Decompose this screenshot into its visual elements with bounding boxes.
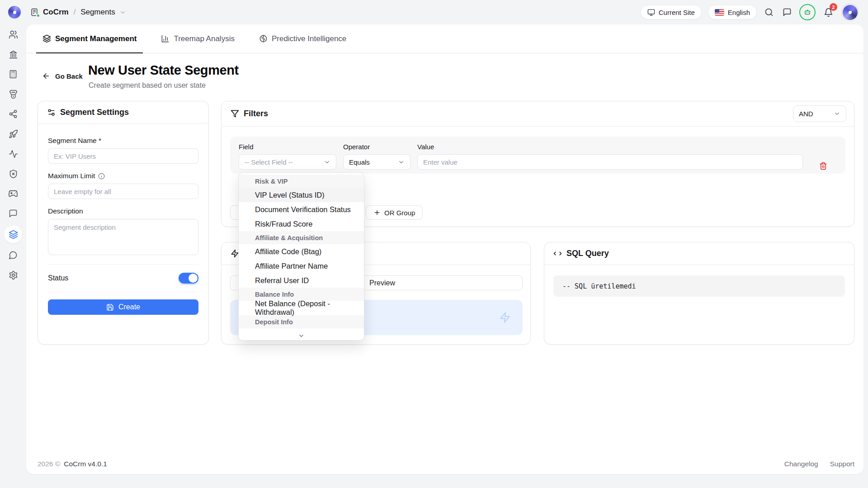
notifications-button[interactable]: 2 <box>822 6 835 19</box>
divider <box>48 292 198 292</box>
description-textarea[interactable] <box>48 219 198 255</box>
robot-icon <box>803 8 811 16</box>
medal-icon <box>9 90 18 99</box>
app-logo[interactable] <box>8 6 21 19</box>
sql-query-panel: SQL Query -- SQL üretilemedi <box>544 242 854 345</box>
sidebar-item-users[interactable] <box>5 26 21 43</box>
operator-select-value: Equals <box>349 158 370 166</box>
search-icon <box>764 8 774 17</box>
status-label: Status <box>48 274 68 282</box>
sidebar-item-bank[interactable] <box>5 46 21 62</box>
go-back-button[interactable]: Go Back <box>42 71 83 81</box>
us-flag-icon <box>715 9 724 16</box>
sidebar-item-activity[interactable] <box>5 146 21 162</box>
breadcrumb-app[interactable]: CoCrm <box>43 8 69 17</box>
tab-label: Predictive Intelligence <box>272 34 346 43</box>
field-select[interactable]: -- Select Field -- <box>239 154 336 170</box>
sidebar-item-messages[interactable] <box>5 205 21 222</box>
save-icon <box>106 303 114 311</box>
sidebar-item-share[interactable] <box>5 106 21 122</box>
calculator-icon <box>9 70 18 79</box>
sql-title: SQL Query <box>566 249 609 258</box>
page-subtitle: Create segment based on user state <box>89 81 206 90</box>
avatar-image <box>843 5 858 20</box>
sidebar-item-calculator[interactable] <box>5 66 21 82</box>
support-link[interactable]: Support <box>830 460 854 468</box>
breadcrumb-separator: / <box>73 8 76 16</box>
field-label: Field <box>239 143 336 151</box>
message-square-icon <box>9 209 18 218</box>
delete-filter-button[interactable] <box>815 158 831 174</box>
bar-chart-icon <box>161 34 170 43</box>
footer-year: 2026 © <box>38 460 60 468</box>
sidebar-item-settings[interactable] <box>5 267 21 283</box>
bank-icon <box>9 50 18 59</box>
value-input[interactable] <box>417 154 803 170</box>
chat-button[interactable] <box>781 6 793 18</box>
segment-settings-title: Segment Settings <box>60 108 129 117</box>
operator-label: Operator <box>343 143 410 151</box>
assistant-button[interactable] <box>799 4 816 20</box>
filter-funnel-icon <box>231 109 239 118</box>
divider <box>48 264 198 265</box>
sidebar-item-chat[interactable] <box>5 247 21 263</box>
status-toggle[interactable] <box>179 273 198 284</box>
or-group-button[interactable]: OR Group <box>366 205 423 220</box>
layers-icon <box>42 34 51 43</box>
description-label: Description <box>48 207 198 215</box>
maximum-limit-input[interactable] <box>48 184 198 199</box>
current-site-button[interactable]: Current Site <box>641 5 702 19</box>
tab-segment-management[interactable]: Segment Management <box>36 24 143 53</box>
breadcrumb-chevron-down-icon[interactable] <box>119 9 126 16</box>
sidebar-item-games[interactable] <box>5 185 21 202</box>
tab-label: Segment Management <box>55 34 137 43</box>
search-button[interactable] <box>763 6 775 18</box>
tab-treemap-analysis[interactable]: Treemap Analysis <box>155 24 241 53</box>
user-avatar[interactable] <box>841 3 859 21</box>
logic-operator-select[interactable]: AND <box>793 105 846 122</box>
field-option[interactable]: Net Balance (Deposit - Withdrawal) <box>239 301 364 315</box>
segment-name-input[interactable] <box>48 148 198 164</box>
create-button[interactable]: Create <box>48 299 198 315</box>
page-title: New User State Segment <box>88 63 239 78</box>
maximum-limit-label: Maximum Limit <box>48 172 198 180</box>
scroll-more-indicator[interactable] <box>239 332 363 340</box>
sidebar-item-medal[interactable] <box>5 86 21 102</box>
settings-icon <box>9 270 18 280</box>
info-icon[interactable] <box>98 173 105 180</box>
field-option[interactable]: Risk/Fraud Score <box>239 217 364 231</box>
operator-select[interactable]: Equals <box>343 154 410 170</box>
breadcrumb: CoCrm / Segments <box>30 0 126 24</box>
site-online-dot <box>36 14 40 18</box>
layers-icon <box>9 230 18 239</box>
sidebar-item-segments[interactable] <box>4 225 22 243</box>
rocket-icon <box>9 129 18 139</box>
sidebar-item-rocket[interactable] <box>5 126 21 142</box>
current-site-label: Current Site <box>659 9 695 16</box>
sidebar-item-risk[interactable] <box>5 166 21 182</box>
changelog-link[interactable]: Changelog <box>784 460 818 468</box>
field-option[interactable]: Affiliate Partner Name <box>239 259 364 273</box>
arrow-left-icon <box>42 72 50 80</box>
chevron-down-icon <box>398 159 405 166</box>
field-group-header: Affiliate & Acquisition <box>239 231 364 244</box>
app-root: CoCrm / Segments Current Site English <box>0 0 868 488</box>
users-icon <box>9 30 18 39</box>
or-group-label: OR Group <box>384 209 415 217</box>
gamepad-icon <box>8 189 18 199</box>
field-option[interactable]: VIP Level (Status ID) <box>239 188 364 202</box>
field-option[interactable]: Affiliate Code (Btag) <box>239 244 364 259</box>
filter-row: Field -- Select Field -- Operator Equals… <box>230 137 845 174</box>
preview-label: Preview <box>369 279 395 287</box>
footer: 2026 © CoCrm v4.0.1 Changelog Support <box>38 460 854 468</box>
code-icon <box>553 249 562 258</box>
breadcrumb-page[interactable]: Segments <box>80 8 115 17</box>
trash-icon <box>819 162 827 170</box>
language-button[interactable]: English <box>708 5 757 19</box>
field-option[interactable]: Referral User ID <box>239 273 364 288</box>
shield-x-icon <box>9 169 18 179</box>
field-option[interactable]: Document Verification Status <box>239 202 364 217</box>
tab-bar: Segment Management Treemap Analysis Pred… <box>26 24 863 53</box>
tab-predictive-intelligence[interactable]: Predictive Intelligence <box>253 24 353 53</box>
segment-name-label: Segment Name * <box>48 137 198 145</box>
